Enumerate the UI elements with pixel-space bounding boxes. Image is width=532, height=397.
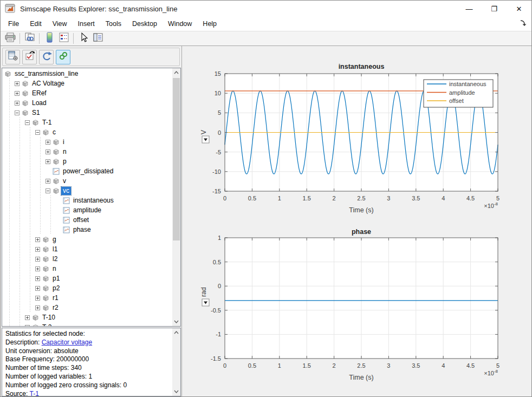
tree-node-l1[interactable]: l1 bbox=[2, 244, 172, 254]
tree-node-label[interactable]: S1 bbox=[30, 109, 42, 117]
tree-node-label[interactable]: instantaneous bbox=[72, 197, 115, 205]
tree-node-p1[interactable]: p1 bbox=[2, 274, 172, 283]
tree-node-phase[interactable]: phase bbox=[2, 225, 172, 235]
scroll-up-icon[interactable] bbox=[172, 328, 180, 337]
tree-node-n[interactable]: n bbox=[2, 147, 172, 157]
tree-node-label[interactable]: T-1 bbox=[41, 119, 53, 127]
tree-node-eref[interactable]: ERef bbox=[2, 88, 172, 98]
tree-node-t-10[interactable]: T-10 bbox=[2, 313, 172, 322]
expand-icon[interactable] bbox=[35, 296, 42, 301]
expand-icon[interactable] bbox=[35, 305, 42, 310]
minimize-button[interactable]: — bbox=[457, 1, 482, 17]
stats-link[interactable]: Capacitor voltage bbox=[42, 339, 92, 346]
tree-scrollbar-thumb[interactable] bbox=[173, 78, 180, 240]
collapse-icon[interactable] bbox=[35, 130, 42, 135]
print-preview-button[interactable] bbox=[23, 32, 36, 45]
tree-node-label[interactable]: amplitude bbox=[72, 206, 103, 214]
tree-node-t-1[interactable]: T-1 bbox=[2, 118, 172, 127]
expand-icon[interactable] bbox=[35, 237, 42, 242]
tree-node-c[interactable]: c bbox=[2, 127, 172, 137]
edit-plot-button[interactable] bbox=[22, 50, 37, 64]
tree-node-s1[interactable]: S1 bbox=[2, 108, 172, 118]
tree-node-label[interactable]: ERef bbox=[30, 89, 48, 97]
print-button[interactable] bbox=[3, 32, 17, 45]
tree-node-label[interactable]: phase bbox=[72, 226, 93, 234]
tree-node-label[interactable]: T-10 bbox=[41, 314, 57, 322]
tree-node-r2[interactable]: r2 bbox=[2, 303, 172, 313]
expand-icon[interactable] bbox=[35, 266, 42, 271]
link-plots-button[interactable] bbox=[56, 50, 70, 64]
tree-node-label[interactable]: g bbox=[51, 236, 58, 244]
tree-node-label[interactable]: c bbox=[51, 128, 57, 136]
tree-node-label[interactable]: l2 bbox=[51, 255, 59, 263]
tree-node-label[interactable]: n bbox=[51, 265, 58, 273]
colorbar-button[interactable] bbox=[42, 32, 56, 45]
tree-node-p2[interactable]: p2 bbox=[2, 283, 172, 293]
tree-node-ac-voltage[interactable]: AC Voltage bbox=[2, 79, 172, 88]
menu-item-window[interactable]: Window bbox=[163, 18, 197, 30]
tree-node-label[interactable]: p bbox=[61, 158, 68, 166]
expand-icon[interactable] bbox=[35, 247, 42, 252]
menu-item-desktop[interactable]: Desktop bbox=[127, 18, 163, 30]
tree-node-label[interactable]: p1 bbox=[51, 275, 61, 283]
menu-item-insert[interactable]: Insert bbox=[73, 18, 100, 30]
statistics-options-button[interactable] bbox=[5, 50, 20, 64]
menu-item-view[interactable]: View bbox=[47, 18, 73, 30]
expand-icon[interactable] bbox=[15, 81, 22, 86]
tree-node-label[interactable]: Load bbox=[30, 99, 48, 107]
tree-node-load[interactable]: Load bbox=[2, 98, 172, 108]
insert-legend-button[interactable] bbox=[57, 32, 70, 45]
tree-node-t-2[interactable]: T-2 bbox=[2, 322, 172, 326]
tree-node-v[interactable]: v bbox=[2, 176, 172, 186]
expand-icon[interactable] bbox=[15, 91, 22, 96]
menu-item-help[interactable]: Help bbox=[197, 18, 222, 30]
menu-item-tools[interactable]: Tools bbox=[100, 18, 127, 30]
tree-node-l2[interactable]: l2 bbox=[2, 254, 172, 264]
tree-node-label[interactable]: AC Voltage bbox=[30, 80, 66, 88]
dock-arrow-icon[interactable] bbox=[519, 19, 527, 29]
tree-node-power-dissipated[interactable]: power_dissipated bbox=[2, 166, 172, 176]
expand-icon[interactable] bbox=[46, 159, 53, 164]
tree-scrollbar[interactable] bbox=[172, 68, 180, 326]
tree-node-label[interactable]: T-2 bbox=[41, 323, 53, 327]
expand-icon[interactable] bbox=[46, 140, 53, 145]
tree-node-label[interactable]: n bbox=[61, 148, 68, 156]
tree-node-vc[interactable]: vc bbox=[2, 186, 172, 196]
tree-node-instantaneous[interactable]: instantaneous bbox=[2, 196, 172, 205]
tree-node-label[interactable]: i bbox=[61, 138, 66, 146]
expand-icon[interactable] bbox=[25, 325, 32, 327]
tree-node-p[interactable]: p bbox=[2, 157, 172, 166]
pointer-button[interactable] bbox=[76, 32, 90, 45]
tree-node-label[interactable]: v bbox=[61, 177, 68, 185]
collapse-icon[interactable] bbox=[15, 110, 22, 115]
tree-node-label[interactable]: l1 bbox=[51, 245, 59, 253]
menu-item-edit[interactable]: Edit bbox=[24, 18, 47, 30]
collapse-icon[interactable] bbox=[25, 120, 32, 125]
stats-link[interactable]: T-1 bbox=[29, 390, 38, 396]
expand-icon[interactable] bbox=[15, 101, 22, 106]
tree-node-amplitude[interactable]: amplitude bbox=[2, 205, 172, 215]
tree-node-label[interactable]: power_dissipated bbox=[61, 167, 115, 175]
stats-scrollbar[interactable] bbox=[172, 328, 180, 396]
tree-node-label[interactable]: vc bbox=[61, 187, 71, 195]
tree-node-label[interactable]: offset bbox=[72, 216, 90, 224]
tree-node-g[interactable]: g bbox=[2, 235, 172, 244]
expand-icon[interactable] bbox=[46, 179, 53, 184]
expand-icon[interactable] bbox=[35, 257, 42, 262]
scroll-down-icon[interactable] bbox=[172, 387, 180, 396]
collapse-icon[interactable] bbox=[46, 188, 53, 193]
maximize-button[interactable]: ❐ bbox=[482, 1, 507, 17]
tree-node-i[interactable]: i bbox=[2, 137, 172, 147]
tree-node-label[interactable]: ssc_transmission_line bbox=[13, 70, 80, 78]
close-button[interactable]: ✕ bbox=[507, 1, 531, 17]
tree-node-label[interactable]: p2 bbox=[51, 284, 61, 292]
tree-node-r1[interactable]: r1 bbox=[2, 293, 172, 303]
property-editor-button[interactable] bbox=[91, 32, 105, 45]
expand-icon[interactable] bbox=[35, 286, 42, 291]
expand-icon[interactable] bbox=[46, 149, 53, 154]
tree-node-ssc-transmission-line[interactable]: ssc_transmission_line bbox=[2, 69, 172, 79]
tree-node-offset[interactable]: offset bbox=[2, 215, 172, 225]
scroll-up-icon[interactable] bbox=[172, 68, 180, 77]
expand-icon[interactable] bbox=[25, 315, 32, 320]
reload-data-button[interactable] bbox=[39, 50, 54, 64]
